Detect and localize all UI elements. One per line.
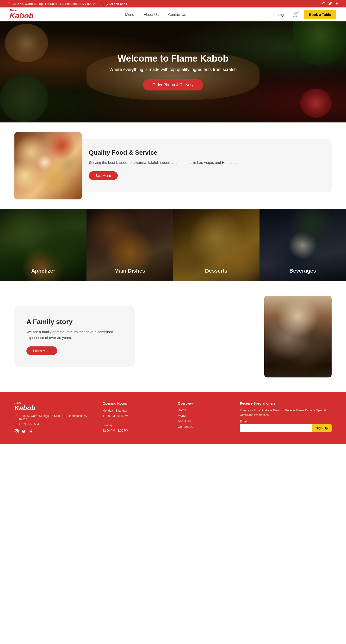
nav-menu[interactable]: Menu: [125, 12, 134, 16]
svg-point-4: [16, 430, 17, 432]
signup-button[interactable]: Sign-Up: [312, 424, 332, 432]
hero-content: Welcome to Flame Kabob Where everything …: [109, 54, 237, 90]
story-section: A Family story We are a family of restau…: [0, 281, 346, 392]
footer-logo-text: Kabob: [14, 404, 93, 412]
hero-title: Welcome to Flame Kabob: [109, 54, 237, 64]
category-appetizer[interactable]: Appetizer: [0, 209, 86, 281]
order-button[interactable]: Order Pickup & Delivery: [143, 80, 203, 90]
nav-about[interactable]: About Us: [144, 12, 159, 16]
footer-logo: Flame Kabob: [14, 402, 93, 412]
category-label-beverages: Beverages: [260, 268, 346, 274]
footer-hours-title: Opening Hours: [103, 402, 168, 405]
footer-link-menu[interactable]: Menu: [178, 414, 230, 418]
nav-contact[interactable]: Contact Us: [168, 12, 186, 16]
footer-offers-desc: Enter your Email Address Below to Receiv…: [240, 408, 332, 418]
footer-link-about[interactable]: About Us: [178, 419, 230, 423]
learn-more-button[interactable]: Learn More: [26, 346, 57, 355]
footer-location-icon: 📍: [14, 414, 18, 418]
hero-section: Welcome to Flame Kabob Where everything …: [0, 22, 346, 122]
svg-point-5: [17, 430, 18, 430]
footer-address: 📍 1205 W. Warm Springs Rd Suite 112, Hen…: [14, 414, 93, 421]
hours-weekday-label: Monday - Saturday: [103, 409, 127, 412]
top-bar: 📍 1205 W. Warm Springs Rd Suite 112, Hen…: [0, 0, 346, 8]
food-art: [14, 132, 82, 200]
footer-offers-title: Receive Special offers: [240, 402, 332, 405]
footer-address-text: 1205 W. Warm Springs Rd Suite 112, Hende…: [19, 414, 93, 421]
top-bar-left: 📍 1205 W. Warm Springs Rd Suite 112, Hen…: [7, 2, 127, 6]
footer-socials: [14, 429, 93, 435]
svg-point-1: [323, 3, 324, 4]
footer-overview-col: Overview Home Menu About Us Contact Us: [178, 402, 230, 435]
address-info: 📍 1205 W. Warm Springs Rd Suite 112, Hen…: [7, 2, 96, 6]
address-text: 1205 W. Warm Springs Rd Suite 112, Hende…: [12, 2, 96, 6]
footer-phone-icon: 📞: [14, 422, 18, 426]
nav-links: Menu About Us Contact Us: [125, 12, 186, 16]
logo[interactable]: Flame Kabob: [9, 10, 34, 20]
footer-logo-top: Flame: [14, 402, 93, 404]
quality-card: Quality Food & Service Serving the best …: [77, 139, 332, 192]
footer-email-label: Email: [240, 420, 332, 423]
see-menu-button[interactable]: See Menu: [89, 171, 118, 180]
footer-phone: 📞 (702) 565-5564: [14, 422, 93, 426]
category-main[interactable]: Main Dishes: [86, 209, 173, 281]
phone-text: (702) 565-5564: [106, 2, 127, 6]
story-description: We are a family of restaurateurs that ha…: [26, 329, 123, 341]
footer-facebook-icon[interactable]: [29, 429, 33, 435]
login-link[interactable]: Log in: [278, 12, 288, 16]
navbar-right: Log in 🛒 Book a Table: [278, 10, 337, 19]
svg-rect-3: [15, 430, 18, 433]
footer-logo-col: Flame Kabob 📍 1205 W. Warm Springs Rd Su…: [14, 402, 93, 435]
category-label-desserts: Desserts: [173, 268, 260, 274]
phone-info: 📞 (702) 565-5564: [101, 2, 127, 6]
hours-sunday-label: Sunday: [103, 424, 112, 427]
top-bar-right: [322, 2, 339, 6]
twitter-icon[interactable]: [328, 2, 332, 6]
story-image: [264, 296, 332, 378]
categories-section: Appetizer Main Dishes Desserts Beverages: [0, 209, 346, 281]
navbar: Flame Kabob Menu About Us Contact Us Log…: [0, 8, 346, 22]
quality-description: Serving the best kabobs, shawarma, falaf…: [89, 160, 320, 166]
category-label-main: Main Dishes: [86, 268, 173, 274]
footer-phone-text: (702) 565-5564: [19, 422, 39, 426]
footer-instagram-icon[interactable]: [14, 429, 19, 435]
category-desserts[interactable]: Desserts: [173, 209, 260, 281]
footer-links: Home Menu About Us Contact Us: [178, 408, 230, 428]
category-label-appetizer: Appetizer: [0, 268, 86, 274]
food-decoration-greens: [293, 22, 346, 65]
story-card: A Family story We are a family of restau…: [14, 306, 135, 367]
footer-input-row: Sign-Up: [240, 424, 332, 432]
footer-link-home[interactable]: Home: [178, 408, 230, 412]
hours-weekday-time: 11:00 AM - 9:00 PM: [103, 414, 128, 418]
quality-title: Quality Food & Service: [89, 149, 320, 156]
hero-subtitle: Where everything is made with top qualit…: [109, 67, 237, 72]
cart-icon[interactable]: 🛒: [292, 11, 299, 18]
food-decoration-olives: [0, 74, 48, 122]
svg-rect-0: [322, 2, 325, 5]
footer: Flame Kabob 📍 1205 W. Warm Springs Rd Su…: [0, 392, 346, 444]
quality-image-inner: [14, 132, 82, 200]
footer-link-contact[interactable]: Contact Us: [178, 425, 230, 428]
phone-icon: 📞: [101, 2, 105, 6]
footer-hours-weekday: Monday - Saturday 11:00 AM - 9:00 PM: [103, 408, 168, 418]
food-decoration-plate: [5, 24, 48, 62]
hours-sunday-time: 12:00 PM - 8:00 PM: [103, 429, 128, 432]
footer-email-input[interactable]: [240, 424, 312, 432]
food-decoration-pomegranate: [300, 89, 332, 118]
location-icon: 📍: [7, 2, 11, 6]
story-title: A Family story: [26, 318, 123, 326]
chef-image: [264, 296, 332, 378]
facebook-icon[interactable]: [335, 2, 339, 6]
logo-main-text: Kabob: [9, 12, 34, 20]
instagram-icon[interactable]: [322, 2, 325, 6]
book-table-button[interactable]: Book a Table: [304, 10, 337, 19]
footer-hours-col: Opening Hours Monday - Saturday 11:00 AM…: [103, 402, 168, 435]
quality-section: Quality Food & Service Serving the best …: [0, 122, 346, 209]
footer-overview-title: Overview: [178, 402, 230, 405]
category-beverages[interactable]: Beverages: [260, 209, 346, 281]
quality-image: [14, 132, 82, 200]
footer-hours-sunday: Sunday 12:00 PM - 8:00 PM: [103, 423, 168, 433]
footer-twitter-icon[interactable]: [22, 429, 26, 435]
footer-offers-col: Receive Special offers Enter your Email …: [240, 402, 332, 435]
svg-point-2: [324, 2, 325, 3]
